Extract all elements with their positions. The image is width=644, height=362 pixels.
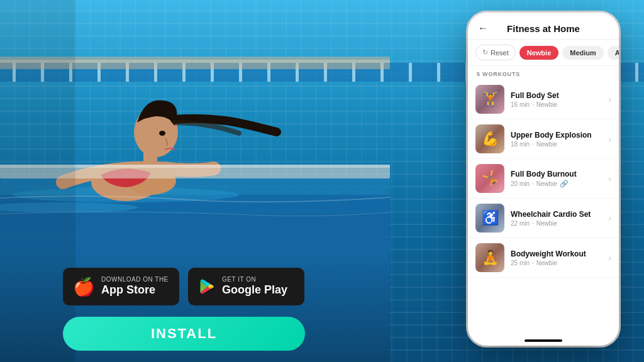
workout-item-2[interactable]: 💪 Upper Body Explosion 18 min · Newbie › xyxy=(468,119,619,159)
workout-icon-3: 🤸 xyxy=(475,164,504,193)
workout-icon-2: 💪 xyxy=(475,124,504,153)
workout-list: 🏋 Full Body Set 16 min · Newbie › 💪 Uppe… xyxy=(468,80,619,336)
workouts-count-label: 5 WORKOUTS xyxy=(468,66,619,80)
googleplay-button[interactable]: GET IT ON Google Play xyxy=(188,268,304,305)
store-buttons-container: 🍎 Download on the App Store xyxy=(63,268,304,305)
appstore-sub-label: Download on the xyxy=(101,276,169,283)
workout-name-3: Full Body Burnout xyxy=(511,170,608,178)
workout-item-1[interactable]: 🏋 Full Body Set 16 min · Newbie › xyxy=(468,80,619,119)
back-icon[interactable]: ← xyxy=(478,23,488,34)
workout-item-4[interactable]: ♿ Wheelchair Cardio Set 22 min · Newbie … xyxy=(468,199,619,238)
appstore-button[interactable]: 🍎 Download on the App Store xyxy=(63,268,179,305)
workout-level-1: Newbie xyxy=(536,101,557,108)
workout-level-4: Newbie xyxy=(536,220,557,227)
chevron-icon-3: › xyxy=(608,173,611,184)
workout-level-5: Newbie xyxy=(536,260,557,266)
workout-info-1: Full Body Set 16 min · Newbie xyxy=(511,91,608,108)
filter-advance[interactable]: Advance xyxy=(608,46,619,60)
google-play-icon xyxy=(198,278,216,295)
chevron-icon-2: › xyxy=(608,134,611,144)
workout-duration-1: 16 min xyxy=(511,101,530,108)
workout-name-5: Bodyweight Workout xyxy=(511,250,608,258)
workout-thumb-1: 🏋 xyxy=(475,85,504,114)
workout-dot-2: · xyxy=(532,141,534,148)
install-button-label: INSTALL xyxy=(151,326,217,342)
filter-medium[interactable]: Medium xyxy=(562,46,604,60)
workout-thumb-3: 🤸 xyxy=(475,164,504,193)
appstore-text: Download on the App Store xyxy=(101,276,169,297)
phone-screen-title: Fitness at Home xyxy=(493,23,594,34)
workout-icon-4: ♿ xyxy=(475,204,504,233)
chevron-icon-1: › xyxy=(608,94,611,104)
workout-duration-5: 25 min xyxy=(511,260,530,266)
svg-point-10 xyxy=(159,131,165,136)
workout-name-1: Full Body Set xyxy=(511,91,608,100)
reset-icon: ↻ xyxy=(482,48,488,57)
workout-dot-5: · xyxy=(532,260,534,266)
googleplay-sub-label: GET IT ON xyxy=(222,276,287,283)
workout-item-5[interactable]: 🧘 Bodyweight Workout 25 min · Newbie › xyxy=(468,238,619,278)
phone-header: ← Fitness at Home xyxy=(468,13,619,40)
workout-meta-4: 22 min · Newbie xyxy=(511,220,608,227)
phone-mockup: ← Fitness at Home ↻ Reset Newbie Medium … xyxy=(468,13,619,346)
reset-filter-button[interactable]: ↻ Reset xyxy=(475,45,516,60)
apple-icon: 🍎 xyxy=(73,277,95,297)
reset-label: Reset xyxy=(491,49,509,57)
chevron-icon-4: › xyxy=(608,213,611,223)
filter-bar: ↻ Reset Newbie Medium Advance xyxy=(468,40,619,66)
workout-thumb-4: ♿ xyxy=(475,204,504,233)
workout-icon-5: 🧘 xyxy=(475,243,504,272)
workout-duration-2: 18 min xyxy=(511,141,530,148)
workout-dot-4: · xyxy=(532,220,534,227)
workout-duration-4: 22 min xyxy=(511,220,530,227)
workout-link-icon-3: 🔗 xyxy=(560,180,569,188)
workout-meta-1: 16 min · Newbie xyxy=(511,101,608,108)
workout-level-3: Newbie xyxy=(536,180,557,187)
workout-name-4: Wheelchair Cardio Set xyxy=(511,210,608,219)
workout-meta-2: 18 min · Newbie xyxy=(511,141,608,148)
workout-info-3: Full Body Burnout 20 min · Newbie 🔗 xyxy=(511,170,608,188)
googleplay-text: GET IT ON Google Play xyxy=(222,276,287,297)
filter-newbie[interactable]: Newbie xyxy=(519,46,559,60)
phone-home-indicator xyxy=(525,339,562,342)
workout-duration-3: 20 min xyxy=(511,180,530,187)
chevron-icon-5: › xyxy=(608,253,611,263)
workout-meta-3: 20 min · Newbie 🔗 xyxy=(511,180,608,188)
workout-info-4: Wheelchair Cardio Set 22 min · Newbie xyxy=(511,210,608,227)
workout-thumb-2: 💪 xyxy=(475,124,504,153)
workout-info-5: Bodyweight Workout 25 min · Newbie xyxy=(511,250,608,266)
workout-thumb-5: 🧘 xyxy=(475,243,504,272)
workout-dot-3: · xyxy=(532,180,534,187)
install-button[interactable]: INSTALL xyxy=(63,317,305,351)
workout-item-3[interactable]: 🤸 Full Body Burnout 20 min · Newbie 🔗 › xyxy=(468,159,619,199)
workout-level-2: Newbie xyxy=(536,141,557,148)
workout-icon-1: 🏋 xyxy=(475,85,504,114)
workout-info-2: Upper Body Explosion 18 min · Newbie xyxy=(511,131,608,148)
workout-dot-1: · xyxy=(532,101,534,108)
workout-meta-5: 25 min · Newbie xyxy=(511,260,608,266)
workout-name-2: Upper Body Explosion xyxy=(511,131,608,140)
googleplay-main-label: Google Play xyxy=(222,283,287,297)
appstore-main-label: App Store xyxy=(101,283,169,297)
